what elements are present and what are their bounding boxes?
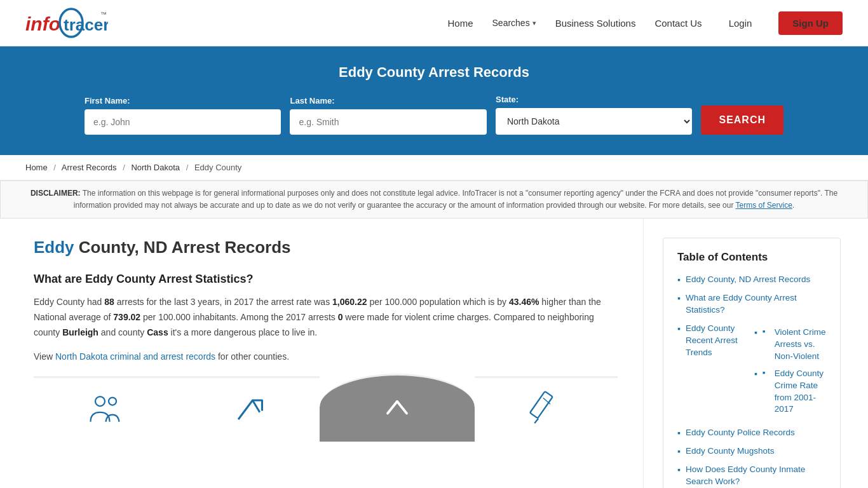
stats-text5: per 100.000 inhabitants. Among the 2017 … bbox=[140, 312, 338, 322]
percent-higher: 43.46% bbox=[509, 297, 539, 307]
view-other-link-para: View North Dakota criminal and arrest re… bbox=[34, 349, 618, 365]
toc-item-1: Eddy County, ND Arrest Records bbox=[677, 274, 826, 286]
state-label: State: bbox=[496, 95, 692, 104]
icon-cell-4 bbox=[475, 376, 618, 442]
people-icon bbox=[86, 391, 124, 429]
disclaimer-box: DISCLAIMER: The information on this webp… bbox=[0, 180, 868, 219]
toc-link-2[interactable]: What are Eddy County Arrest Statistics? bbox=[686, 292, 826, 316]
scroll-top-icon bbox=[378, 390, 416, 428]
toc-item-6: How Does Eddy County Inmate Search Work? bbox=[677, 464, 826, 488]
article: Eddy County, ND Arrest Records What are … bbox=[8, 219, 644, 488]
toc-item-2: What are Eddy County Arrest Statistics? bbox=[677, 292, 826, 316]
last-name-input[interactable] bbox=[290, 109, 486, 135]
first-name-group: First Name: bbox=[85, 96, 281, 135]
toc-sub-link-1[interactable]: Violent Crime Arrests vs. Non-Violent bbox=[775, 327, 826, 363]
breadcrumb-north-dakota[interactable]: North Dakota bbox=[131, 163, 180, 172]
search-form: First Name: Last Name: State: North Dako… bbox=[85, 95, 783, 135]
nav-login[interactable]: Login bbox=[721, 14, 760, 32]
disclaimer-tos-link[interactable]: Terms of Service bbox=[736, 201, 792, 210]
county1: Burleigh bbox=[62, 327, 98, 337]
toc-sub-list: ▪Violent Crime Arrests vs. Non-Violent ▪… bbox=[744, 327, 826, 421]
toc-sub-item-2: ▪Eddy County Crime Rate from 2001-2017 bbox=[754, 368, 826, 416]
disclaimer-text: The information on this webpage is for g… bbox=[74, 189, 837, 210]
nav-business-solutions[interactable]: Business Solutions bbox=[555, 18, 636, 29]
svg-point-5 bbox=[109, 397, 116, 405]
toc-link-4[interactable]: Eddy County Police Records bbox=[686, 427, 795, 439]
stats-heading: What are Eddy County Arrest Statistics? bbox=[34, 273, 618, 286]
toc-sub-item-1: ▪Violent Crime Arrests vs. Non-Violent bbox=[754, 327, 826, 363]
icon-cell-3[interactable] bbox=[320, 374, 475, 442]
icon-cell-1 bbox=[34, 376, 177, 442]
svg-text:info: info bbox=[25, 13, 60, 34]
breadcrumb-home[interactable]: Home bbox=[25, 163, 48, 172]
nav-contact-us[interactable]: Contact Us bbox=[654, 18, 702, 29]
logo: info tracer ™ bbox=[25, 6, 108, 39]
toc-sub-link-2[interactable]: Eddy County Crime Rate from 2001-2017 bbox=[775, 368, 826, 416]
main-nav: Home Searches ▾ Business Solutions Conta… bbox=[448, 11, 843, 35]
first-name-input[interactable] bbox=[85, 109, 281, 135]
disclaimer-period: . bbox=[792, 201, 794, 210]
toc-link-5[interactable]: Eddy County Mugshots bbox=[686, 445, 775, 458]
breadcrumb-sep3: / bbox=[186, 163, 189, 172]
article-heading-rest: County, ND Arrest Records bbox=[74, 238, 291, 257]
stats-text8: it's a more dangerous place to live in. bbox=[168, 327, 318, 337]
stats-text2: arrests for the last 3 years, in 2017 th… bbox=[114, 297, 332, 307]
nav-searches[interactable]: Searches ▾ bbox=[492, 18, 536, 28]
breadcrumb-sep2: / bbox=[123, 163, 125, 172]
toc-box: Table of Contents Eddy County, ND Arrest… bbox=[663, 238, 841, 488]
view-link-text: View bbox=[34, 351, 55, 362]
stats-text3: per 100.000 population which is by bbox=[367, 297, 509, 307]
last-name-label: Last Name: bbox=[290, 96, 486, 105]
disclaimer-label: DISCLAIMER: bbox=[31, 189, 81, 198]
state-group: State: North Dakota Alabama Alaska Arizo… bbox=[496, 95, 692, 135]
hero-title: Eddy County Arrest Records bbox=[25, 64, 843, 81]
toc-heading: Table of Contents bbox=[677, 251, 826, 264]
stats-text7: and county bbox=[98, 327, 147, 337]
stats-text1: Eddy County had bbox=[34, 297, 104, 307]
sidebar: Table of Contents Eddy County, ND Arrest… bbox=[644, 219, 860, 488]
icon-cell-2 bbox=[177, 376, 320, 442]
chevron-down-icon: ▾ bbox=[532, 19, 536, 27]
breadcrumb-arrest-records[interactable]: Arrest Records bbox=[62, 163, 117, 172]
toc-link-6[interactable]: How Does Eddy County Inmate Search Work? bbox=[686, 464, 826, 488]
last-name-group: Last Name: bbox=[290, 96, 486, 135]
hero-banner: Eddy County Arrest Records First Name: L… bbox=[0, 46, 868, 155]
breadcrumb: Home / Arrest Records / North Dakota / E… bbox=[0, 155, 868, 180]
toc-item-4: Eddy County Police Records bbox=[677, 427, 826, 439]
main-content: Eddy County, ND Arrest Records What are … bbox=[8, 219, 860, 488]
nav-home[interactable]: Home bbox=[448, 18, 473, 29]
arrest-rate: 1,060.22 bbox=[332, 297, 367, 307]
nav-signup[interactable]: Sign Up bbox=[778, 11, 843, 35]
header: info tracer ™ Home Searches ▾ Business S… bbox=[0, 0, 868, 46]
svg-line-7 bbox=[534, 418, 538, 423]
toc-item-3: Eddy County Recent Arrest Trends ▪Violen… bbox=[677, 323, 826, 421]
county2: Cass bbox=[147, 327, 168, 337]
toc-link-3[interactable]: Eddy County Recent Arrest Trends bbox=[686, 323, 739, 359]
toc-list: Eddy County, ND Arrest Records What are … bbox=[677, 274, 826, 488]
article-heading: Eddy County, ND Arrest Records bbox=[34, 238, 618, 257]
state-select[interactable]: North Dakota Alabama Alaska Arizona Cali… bbox=[496, 108, 692, 135]
svg-rect-6 bbox=[530, 391, 553, 417]
breadcrumb-sep1: / bbox=[53, 163, 56, 172]
icon-row bbox=[34, 374, 618, 442]
national-avg: 739.02 bbox=[113, 312, 140, 322]
arrow-up-icon bbox=[229, 391, 267, 429]
view-link-suffix: for other counties. bbox=[215, 351, 289, 362]
first-name-label: First Name: bbox=[85, 96, 281, 105]
pencil-icon bbox=[527, 391, 566, 429]
arrests-count: 88 bbox=[104, 297, 114, 307]
breadcrumb-eddy-county: Eddy County bbox=[194, 163, 241, 172]
toc-link-1[interactable]: Eddy County, ND Arrest Records bbox=[686, 274, 810, 286]
toc-item-5: Eddy County Mugshots bbox=[677, 445, 826, 458]
svg-text:™: ™ bbox=[100, 11, 107, 18]
logo-svg: info tracer ™ bbox=[25, 6, 108, 39]
search-button[interactable]: SEARCH bbox=[701, 105, 783, 135]
svg-point-4 bbox=[95, 396, 105, 406]
article-heading-highlight: Eddy bbox=[34, 238, 74, 257]
svg-text:tracer: tracer bbox=[64, 15, 108, 34]
view-link-anchor[interactable]: North Dakota criminal and arrest records bbox=[55, 351, 215, 362]
stats-paragraph: Eddy County had 88 arrests for the last … bbox=[34, 295, 618, 340]
